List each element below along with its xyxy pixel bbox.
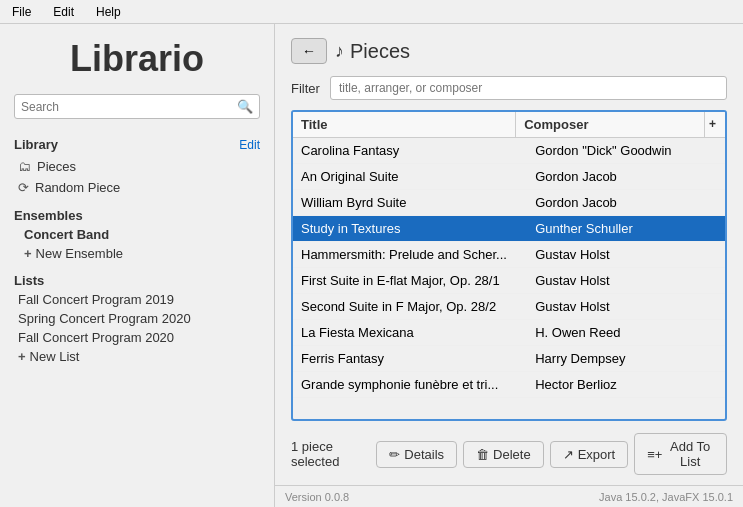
list-fall-2019[interactable]: Fall Concert Program 2019: [14, 290, 260, 309]
cell-title: Carolina Fantasy: [293, 138, 527, 163]
status-bar: Version 0.0.8 Java 15.0.2, JavaFX 15.0.1: [275, 485, 743, 507]
details-icon: ✏: [389, 447, 400, 462]
cell-composer: Gordon Jacob: [527, 164, 725, 189]
cell-title: Hammersmith: Prelude and Scher...: [293, 242, 527, 267]
cell-composer: H. Owen Reed: [527, 320, 725, 345]
content-title-text: Pieces: [350, 40, 410, 63]
search-input[interactable]: [15, 96, 231, 118]
random-piece-icon: ⟳: [18, 180, 29, 195]
cell-composer: Gustav Holst: [527, 294, 725, 319]
col-add[interactable]: +: [705, 112, 725, 137]
cell-title: La Fiesta Mexicana: [293, 320, 527, 345]
cell-title: Study in Textures: [293, 216, 527, 241]
cell-composer: Gustav Holst: [527, 242, 725, 267]
music-icon: ♪: [335, 41, 344, 62]
menubar: File Edit Help: [0, 0, 743, 24]
table-row[interactable]: William Byrd Suite Gordon Jacob: [293, 190, 725, 216]
cell-title: William Byrd Suite: [293, 190, 527, 215]
new-ensemble-item[interactable]: + New Ensemble: [14, 244, 260, 263]
filter-label: Filter: [291, 81, 320, 96]
add-to-list-button[interactable]: ≡+ Add To List: [634, 433, 727, 475]
ensembles-section: Ensembles Concert Band + New Ensemble: [14, 208, 260, 263]
export-icon: ↗: [563, 447, 574, 462]
search-box: 🔍: [14, 94, 260, 119]
bottom-bar: 1 piece selected ✏ Details 🗑 Delete ↗ Ex…: [291, 425, 727, 485]
new-list-item[interactable]: + New List: [14, 347, 260, 366]
content-title: ♪ Pieces: [335, 40, 410, 63]
menu-edit[interactable]: Edit: [47, 3, 80, 21]
delete-label: Delete: [493, 447, 531, 462]
col-title: Title: [293, 112, 516, 137]
cell-title: First Suite in E-flat Major, Op. 28/1: [293, 268, 527, 293]
delete-icon: 🗑: [476, 447, 489, 462]
status-version: Version 0.0.8: [285, 491, 349, 503]
menu-file[interactable]: File: [6, 3, 37, 21]
back-button[interactable]: ←: [291, 38, 327, 64]
table-row[interactable]: First Suite in E-flat Major, Op. 28/1 Gu…: [293, 268, 725, 294]
cell-composer: Gustav Holst: [527, 268, 725, 293]
main-layout: Librario 🔍 Library Edit 🗂 Pieces ⟳ Rando…: [0, 24, 743, 507]
cell-composer: Hector Berlioz: [527, 372, 725, 397]
cell-composer: Harry Dempsey: [527, 346, 725, 371]
library-label: Library: [14, 137, 58, 152]
table-row[interactable]: Carolina Fantasy Gordon "Dick" Goodwin: [293, 138, 725, 164]
table-row[interactable]: La Fiesta Mexicana H. Owen Reed: [293, 320, 725, 346]
cell-title: Grande symphonie funèbre et tri...: [293, 372, 527, 397]
pieces-table: Title Composer + Carolina Fantasy Gordon…: [291, 110, 727, 421]
export-label: Export: [578, 447, 616, 462]
list-spring-2020[interactable]: Spring Concert Program 2020: [14, 309, 260, 328]
lists-label: Lists: [14, 273, 260, 288]
table-row[interactable]: An Original Suite Gordon Jacob: [293, 164, 725, 190]
cell-title: Second Suite in F Major, Op. 28/2: [293, 294, 527, 319]
status-java: Java 15.0.2, JavaFX 15.0.1: [599, 491, 733, 503]
nav-random-piece[interactable]: ⟳ Random Piece: [14, 177, 260, 198]
menu-help[interactable]: Help: [90, 3, 127, 21]
content-area: ← ♪ Pieces Filter Title Composer + Carol…: [275, 24, 743, 485]
content-header: ← ♪ Pieces: [291, 38, 727, 64]
export-button[interactable]: ↗ Export: [550, 441, 629, 468]
list-fall-2020[interactable]: Fall Concert Program 2020: [14, 328, 260, 347]
pieces-icon: 🗂: [18, 159, 31, 174]
table-row[interactable]: Study in Textures Gunther Schuller: [293, 216, 725, 242]
search-button[interactable]: 🔍: [231, 95, 259, 118]
library-edit-link[interactable]: Edit: [239, 138, 260, 152]
add-to-list-label: Add To List: [666, 439, 714, 469]
selected-count: 1 piece selected: [291, 439, 366, 469]
table-body: Carolina Fantasy Gordon "Dick" Goodwin A…: [293, 138, 725, 419]
delete-button[interactable]: 🗑 Delete: [463, 441, 544, 468]
nav-pieces[interactable]: 🗂 Pieces: [14, 156, 260, 177]
add-to-list-icon: ≡+: [647, 447, 662, 462]
new-ensemble-label: New Ensemble: [36, 246, 123, 261]
cell-composer: Gordon Jacob: [527, 190, 725, 215]
ensembles-label: Ensembles: [14, 208, 260, 223]
new-ensemble-plus-icon: +: [24, 246, 32, 261]
nav-random-piece-label: Random Piece: [35, 180, 120, 195]
nav-pieces-label: Pieces: [37, 159, 76, 174]
cell-composer: Gunther Schuller: [527, 216, 725, 241]
new-list-plus-icon: +: [18, 349, 26, 364]
filter-row: Filter: [291, 76, 727, 100]
table-row[interactable]: Hammersmith: Prelude and Scher... Gustav…: [293, 242, 725, 268]
filter-input[interactable]: [330, 76, 727, 100]
lists-section: Lists Fall Concert Program 2019 Spring C…: [14, 273, 260, 366]
cell-composer: Gordon "Dick" Goodwin: [527, 138, 725, 163]
table-row[interactable]: Second Suite in F Major, Op. 28/2 Gustav…: [293, 294, 725, 320]
cell-title: Ferris Fantasy: [293, 346, 527, 371]
details-button[interactable]: ✏ Details: [376, 441, 457, 468]
app-title: Librario: [14, 38, 260, 80]
ensemble-concert-band[interactable]: Concert Band: [14, 225, 260, 244]
library-section-header: Library Edit: [14, 137, 260, 152]
sidebar: Librario 🔍 Library Edit 🗂 Pieces ⟳ Rando…: [0, 24, 275, 507]
new-list-label: New List: [30, 349, 80, 364]
table-row[interactable]: Grande symphonie funèbre et tri... Hecto…: [293, 372, 725, 398]
details-label: Details: [404, 447, 444, 462]
col-composer: Composer: [516, 112, 705, 137]
table-row[interactable]: Ferris Fantasy Harry Dempsey: [293, 346, 725, 372]
cell-title: An Original Suite: [293, 164, 527, 189]
table-header: Title Composer +: [293, 112, 725, 138]
